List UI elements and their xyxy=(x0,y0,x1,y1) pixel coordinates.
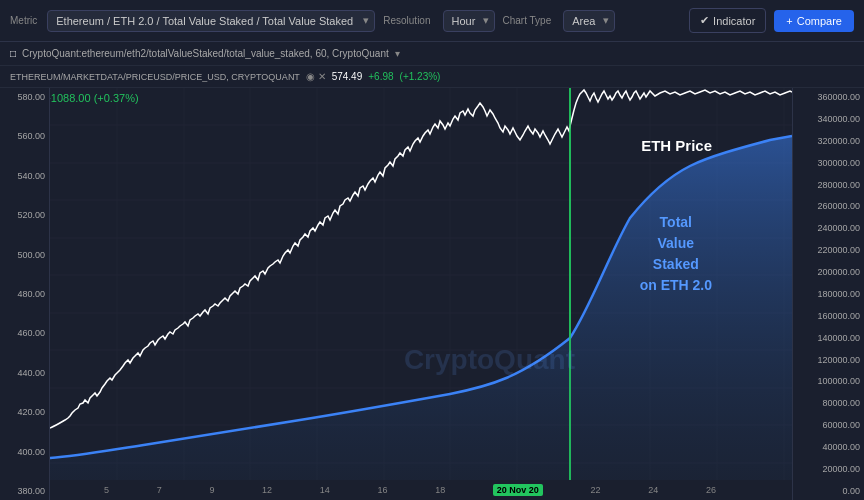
left-axis-label: 480.00 xyxy=(4,289,45,299)
top-stat: C292128.00 +1088.00 (+0.37%) xyxy=(50,92,139,104)
right-axis-label: 80000.00 xyxy=(797,398,860,408)
bottom-axis-label: 16 xyxy=(377,485,387,495)
charttype-select[interactable]: Area xyxy=(563,10,615,32)
tvs-area xyxy=(50,136,792,480)
left-axis-label: 520.00 xyxy=(4,210,45,220)
right-axis-label: 140000.00 xyxy=(797,333,860,343)
chart-wrapper: 580.00560.00540.00520.00500.00480.00460.… xyxy=(0,88,864,500)
left-axis-label: 400.00 xyxy=(4,447,45,457)
bottom-axis-label: 9 xyxy=(209,485,214,495)
indicator-label: Indicator xyxy=(713,15,755,27)
left-axis-label: 540.00 xyxy=(4,171,45,181)
bottom-axis-label: 20 Nov 20 xyxy=(493,484,543,496)
left-axis-label: 500.00 xyxy=(4,250,45,260)
bottom-axis-label: 24 xyxy=(648,485,658,495)
right-axis-label: 340000.00 xyxy=(797,114,860,124)
change-value: +6.98 xyxy=(368,71,393,82)
right-axis-label: 260000.00 xyxy=(797,201,860,211)
right-axis-label: 280000.00 xyxy=(797,180,860,190)
source-text: CryptoQuant:ethereum/eth2/totalValueStak… xyxy=(22,48,389,59)
left-axis-label: 420.00 xyxy=(4,407,45,417)
left-axis-label: 580.00 xyxy=(4,92,45,102)
compare-label: Compare xyxy=(797,15,842,27)
left-axis-label: 560.00 xyxy=(4,131,45,141)
left-axis-label: 380.00 xyxy=(4,486,45,496)
charttype-group: Chart Type xyxy=(503,15,552,26)
symbol-text: ETHEREUM/MARKETDATA/PRICEUSD/PRICE_USD, … xyxy=(10,72,300,82)
right-axis-label: 200000.00 xyxy=(797,267,860,277)
chart-main[interactable]: C292128.00 +1088.00 (+0.37%) xyxy=(50,88,792,500)
right-axis-label: 240000.00 xyxy=(797,223,860,233)
price-value: 574.49 xyxy=(332,71,363,82)
right-axis-label: 0.00 xyxy=(797,486,860,496)
bottom-axis-label: 5 xyxy=(104,485,109,495)
bottom-axis-label: 18 xyxy=(435,485,445,495)
right-y-axis: 360000.00340000.00320000.00300000.002800… xyxy=(792,88,864,500)
right-axis-label: 100000.00 xyxy=(797,376,860,386)
top-bar: Metric Ethereum / ETH 2.0 / Total Value … xyxy=(0,0,864,42)
metric-select-wrapper[interactable]: Ethereum / ETH 2.0 / Total Value Staked … xyxy=(47,10,375,32)
resolution-select[interactable]: Hour xyxy=(443,10,495,32)
eth-annotation: ETH Price xyxy=(641,137,712,154)
bottom-axis-label: 26 xyxy=(706,485,716,495)
right-axis-label: 160000.00 xyxy=(797,311,860,321)
charttype-label: Chart Type xyxy=(503,15,552,26)
dropdown-icon[interactable]: ▾ xyxy=(395,48,400,59)
left-y-axis: 580.00560.00540.00520.00500.00480.00460.… xyxy=(0,88,50,500)
bottom-axis-label: 7 xyxy=(157,485,162,495)
square-icon: □ xyxy=(10,48,16,59)
right-axis-label: 220000.00 xyxy=(797,245,860,255)
left-axis-label: 440.00 xyxy=(4,368,45,378)
indicator-button[interactable]: ✔ Indicator xyxy=(689,8,766,33)
pct-value: (+1.23%) xyxy=(400,71,441,82)
right-axis-label: 20000.00 xyxy=(797,464,860,474)
metric-select[interactable]: Ethereum / ETH 2.0 / Total Value Staked … xyxy=(47,10,375,32)
controls-icons[interactable]: ◉ ✕ xyxy=(306,71,326,82)
compare-plus-icon: + xyxy=(786,15,792,27)
metric-label: Metric xyxy=(10,15,37,26)
resolution-label: Resolution xyxy=(383,15,430,26)
charttype-select-wrapper[interactable]: Area xyxy=(563,10,615,32)
right-axis-label: 40000.00 xyxy=(797,442,860,452)
bottom-axis-label: 22 xyxy=(591,485,601,495)
bottom-axis-label: 14 xyxy=(320,485,330,495)
right-axis-label: 320000.00 xyxy=(797,136,860,146)
bottom-axis-label: 12 xyxy=(262,485,272,495)
compare-button[interactable]: + Compare xyxy=(774,10,854,32)
right-axis-label: 360000.00 xyxy=(797,92,860,102)
info-bar-2: ETHEREUM/MARKETDATA/PRICEUSD/PRICE_USD, … xyxy=(0,66,864,88)
right-axis-label: 300000.00 xyxy=(797,158,860,168)
right-axis-label: 120000.00 xyxy=(797,355,860,365)
resolution-group: Resolution xyxy=(383,15,430,26)
info-bar-1: □ CryptoQuant:ethereum/eth2/totalValueSt… xyxy=(0,42,864,66)
left-axis-label: 460.00 xyxy=(4,328,45,338)
bottom-axis: 5791214161820 Nov 20222426 xyxy=(100,480,720,500)
right-axis-label: 60000.00 xyxy=(797,420,860,430)
tvs-annotation: Total Value Staked on ETH 2.0 xyxy=(640,212,712,296)
resolution-select-wrapper[interactable]: Hour xyxy=(443,10,495,32)
right-axis-label: 180000.00 xyxy=(797,289,860,299)
indicator-check-icon: ✔ xyxy=(700,14,709,27)
